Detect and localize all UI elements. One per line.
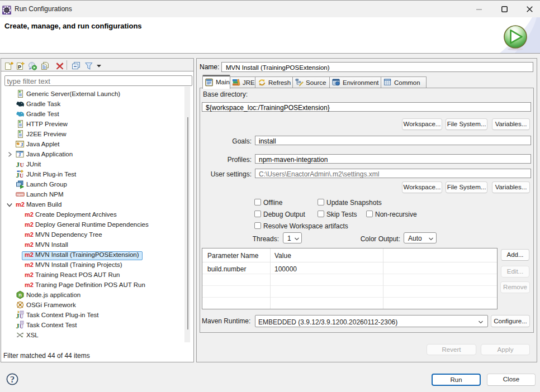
svg-text:P: P <box>18 64 21 70</box>
svg-text:?: ? <box>10 374 15 385</box>
